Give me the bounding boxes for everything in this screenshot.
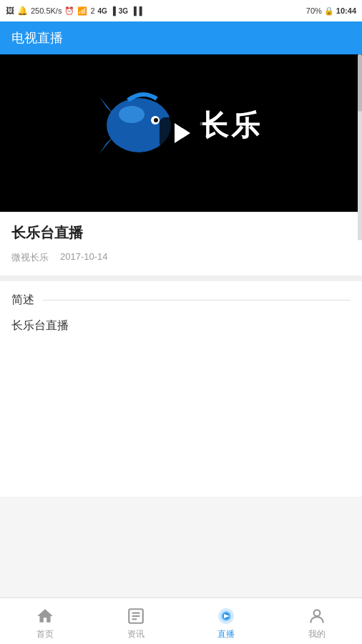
- svg-point-3: [119, 106, 145, 123]
- nav-label-home: 首页: [36, 628, 54, 640]
- lock-icon: 🔒: [324, 6, 334, 16]
- nav-item-home[interactable]: 首页: [0, 602, 91, 640]
- description-section: 简述 长乐台直播: [0, 281, 362, 346]
- app-header: 电视直播: [0, 21, 362, 54]
- svg-point-5: [154, 118, 158, 122]
- nav-label-mine: 我的: [308, 628, 326, 640]
- desc-label: 简述: [11, 293, 34, 308]
- notification-icon: 🔔: [17, 6, 28, 16]
- nav-item-mine[interactable]: 我的: [272, 602, 363, 640]
- play-triangle-icon: [175, 123, 190, 143]
- battery-text: 70%: [306, 6, 322, 15]
- image-icon: 🖼: [6, 6, 14, 16]
- desc-content: 长乐台直播: [11, 316, 351, 335]
- video-player[interactable]: 长乐: [0, 54, 362, 212]
- wifi-icon: 📶: [77, 6, 87, 16]
- svg-marker-1: [99, 97, 114, 114]
- speed-text: 250.5K/s: [31, 6, 62, 15]
- user-icon: [308, 607, 326, 625]
- status-right: 70% 🔒 10:44: [306, 6, 356, 16]
- network-3g: 3G: [119, 7, 128, 15]
- bottom-nav: 首页 资讯 直播 我的: [0, 597, 362, 644]
- channel-name-logo: 长乐: [200, 106, 263, 145]
- play-button[interactable]: [160, 117, 202, 149]
- video-date: 2017-10-14: [60, 251, 108, 264]
- home-icon: [36, 607, 54, 625]
- clock-icon: ⏰: [64, 6, 74, 16]
- desc-divider: [43, 300, 351, 301]
- signal-full-icon: ▐▐: [131, 6, 142, 15]
- live-icon: [215, 607, 237, 625]
- svg-point-14: [313, 610, 320, 616]
- svg-marker-2: [99, 136, 114, 154]
- nav-label-live: 直播: [217, 628, 235, 640]
- app-title: 电视直播: [11, 29, 63, 47]
- nav-item-live[interactable]: 直播: [181, 602, 272, 640]
- nav-item-news[interactable]: 资讯: [91, 602, 182, 640]
- status-bar: 🖼 🔔 250.5K/s ⏰ 📶 2 4G ▐ 3G ▐▐ 70% 🔒 10:4…: [0, 0, 362, 21]
- network-4g: 4G: [98, 7, 107, 15]
- empty-area: [0, 346, 362, 497]
- status-left: 🖼 🔔 250.5K/s ⏰ 📶 2 4G ▐ 3G ▐▐: [6, 6, 142, 16]
- sim-icon: 2: [90, 6, 94, 15]
- signal-bar-icon: ▐: [110, 6, 116, 15]
- scrollbar[interactable]: [358, 54, 362, 240]
- time-text: 10:44: [336, 6, 356, 15]
- desc-header: 简述: [11, 293, 351, 308]
- video-info-section: 长乐台直播 微视长乐 2017-10-14: [0, 212, 362, 281]
- video-author: 微视长乐: [11, 251, 49, 264]
- nav-label-news: 资讯: [127, 628, 145, 640]
- scrollbar-thumb[interactable]: [358, 54, 362, 112]
- video-meta: 微视长乐 2017-10-14: [11, 251, 351, 264]
- news-icon: [127, 607, 145, 625]
- video-title: 长乐台直播: [11, 223, 351, 243]
